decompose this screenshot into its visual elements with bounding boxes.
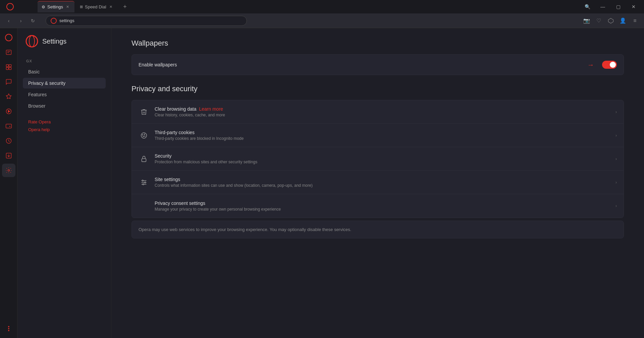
clear-browsing-chevron: › xyxy=(615,110,617,114)
minimize-button[interactable]: — xyxy=(595,0,610,13)
svg-point-21 xyxy=(144,134,145,134)
settings-content: Wallpapers Enable wallpapers → Privacy a… xyxy=(111,28,644,338)
search-titlebar-button[interactable]: 🔍 xyxy=(580,0,595,13)
svg-rect-24 xyxy=(142,159,146,162)
tab-settings[interactable]: ⚙ Settings ✕ xyxy=(38,1,74,12)
third-party-title: Third-party cookies xyxy=(155,130,611,135)
third-party-subtitle: Third-party cookies are blocked in Incog… xyxy=(155,136,611,141)
tab-speed-dial-icon: ⊞ xyxy=(80,5,83,9)
tab-bar: ⚙ Settings ✕ ⊞ Speed Dial ✕ + xyxy=(17,0,580,13)
third-party-chevron: › xyxy=(615,133,617,138)
opera-logo-icon xyxy=(6,3,14,10)
strip-icon-player[interactable] xyxy=(2,105,15,118)
back-button[interactable]: ‹ xyxy=(4,16,13,25)
clear-browsing-subtitle: Clear history, cookies, cache, and more xyxy=(155,113,611,117)
icon-strip xyxy=(0,28,17,338)
security-row[interactable]: Security Protection from malicious sites… xyxy=(132,147,624,171)
svg-point-16 xyxy=(8,330,9,331)
wallet-nav-button[interactable] xyxy=(606,16,616,26)
strip-icon-downloads[interactable] xyxy=(2,149,15,162)
third-party-text: Third-party cookies Third-party cookies … xyxy=(155,130,611,141)
navbar-right: 📷 ♡ 👤 ≡ xyxy=(582,16,640,26)
new-tab-button[interactable]: + xyxy=(120,2,130,11)
trash-icon xyxy=(139,107,149,117)
settings-logo-area: Settings xyxy=(23,35,106,48)
nav-item-privacy-security[interactable]: Privacy & security xyxy=(23,78,106,89)
svg-marker-0 xyxy=(608,18,613,23)
strip-icon-addons[interactable] xyxy=(2,60,15,74)
privacy-consent-text: Privacy consent settings Manage your pri… xyxy=(155,201,611,212)
forward-button[interactable]: › xyxy=(16,16,25,25)
privacy-consent-icon xyxy=(139,201,149,211)
site-settings-row[interactable]: Site settings Controls what information … xyxy=(132,171,624,194)
settings-logo xyxy=(25,35,38,48)
camera-button[interactable]: 📷 xyxy=(582,16,592,26)
svg-marker-9 xyxy=(8,110,10,113)
strip-icon-news[interactable] xyxy=(2,46,15,59)
address-text: settings xyxy=(59,18,74,23)
strip-icon-opera[interactable] xyxy=(2,31,15,44)
account-button[interactable]: 👤 xyxy=(618,16,628,26)
nav-item-basic[interactable]: Basic xyxy=(23,66,106,77)
strip-icon-settings[interactable] xyxy=(2,164,15,177)
security-text: Security Protection from malicious sites… xyxy=(155,153,611,164)
privacy-consent-subtitle: Manage your privacy to create your own p… xyxy=(155,207,611,212)
strip-icon-pinboard[interactable] xyxy=(2,90,15,103)
svg-rect-4 xyxy=(6,65,8,67)
heart-button[interactable]: ♡ xyxy=(594,16,604,26)
address-bar[interactable]: settings xyxy=(46,16,247,26)
privacy-consent-title: Privacy consent settings xyxy=(155,201,611,206)
tab-speed-dial[interactable]: ⊞ Speed Dial ✕ xyxy=(76,1,118,12)
tab-speed-dial-close[interactable]: ✕ xyxy=(108,4,114,9)
wallpapers-toggle[interactable] xyxy=(602,61,617,69)
svg-point-28 xyxy=(142,180,144,181)
sliders-icon xyxy=(139,177,149,188)
navbar: ‹ › ↻ settings 📷 ♡ 👤 ≡ xyxy=(0,13,644,28)
learn-more-link[interactable]: Learn more xyxy=(199,106,223,112)
svg-point-14 xyxy=(8,326,9,327)
site-settings-subtitle: Controls what information sites can use … xyxy=(155,183,611,188)
strip-icon-wallet[interactable] xyxy=(2,119,15,133)
svg-point-17 xyxy=(26,36,38,47)
clear-browsing-row[interactable]: Clear browsing data Learn more Clear his… xyxy=(132,100,624,124)
svg-point-15 xyxy=(8,328,9,329)
security-chevron: › xyxy=(615,157,617,161)
svg-rect-1 xyxy=(6,50,11,54)
svg-point-23 xyxy=(143,136,144,136)
strip-icon-chat[interactable] xyxy=(2,75,15,89)
settings-sidebar: Settings GX Basic Privacy & security Fea… xyxy=(17,28,111,338)
maximize-button[interactable]: ▢ xyxy=(610,0,626,13)
tab-settings-label: Settings xyxy=(47,4,63,9)
bottom-note: Opera may use web services to improve yo… xyxy=(131,221,624,238)
svg-point-13 xyxy=(8,170,9,171)
privacy-security-card: Clear browsing data Learn more Clear his… xyxy=(131,100,624,218)
privacy-consent-chevron: › xyxy=(615,204,617,208)
site-settings-title: Site settings xyxy=(155,177,611,182)
wallpapers-row: Enable wallpapers → xyxy=(131,54,624,75)
security-title: Security xyxy=(155,153,611,159)
rate-opera-link[interactable]: Rate Opera xyxy=(25,118,106,126)
svg-point-30 xyxy=(143,183,144,185)
main-layout: Settings GX Basic Privacy & security Fea… xyxy=(0,28,644,338)
cookie-icon xyxy=(139,130,149,141)
titlebar: ⚙ Settings ✕ ⊞ Speed Dial ✕ + 🔍 — ▢ ✕ xyxy=(0,0,644,13)
privacy-consent-row[interactable]: Privacy consent settings Manage your pri… xyxy=(132,194,624,218)
svg-point-18 xyxy=(29,36,35,47)
svg-rect-10 xyxy=(6,124,11,128)
svg-rect-6 xyxy=(6,67,8,70)
wallpapers-heading: Wallpapers xyxy=(131,39,624,48)
svg-rect-7 xyxy=(9,67,11,70)
tab-settings-close[interactable]: ✕ xyxy=(65,4,70,10)
opera-help-link[interactable]: Opera help xyxy=(25,126,106,133)
svg-point-22 xyxy=(145,135,145,136)
reload-button[interactable]: ↻ xyxy=(28,16,38,25)
strip-icon-history[interactable] xyxy=(2,134,15,148)
settings-links: Rate Opera Opera help xyxy=(23,118,106,133)
nav-item-features[interactable]: Features xyxy=(23,89,106,100)
opera-address-icon xyxy=(51,18,57,24)
nav-item-browser[interactable]: Browser xyxy=(23,101,106,111)
strip-icon-more[interactable] xyxy=(2,322,15,335)
close-button[interactable]: ✕ xyxy=(626,0,641,13)
menu-button[interactable]: ≡ xyxy=(630,16,640,26)
third-party-cookies-row[interactable]: Third-party cookies Third-party cookies … xyxy=(132,124,624,147)
